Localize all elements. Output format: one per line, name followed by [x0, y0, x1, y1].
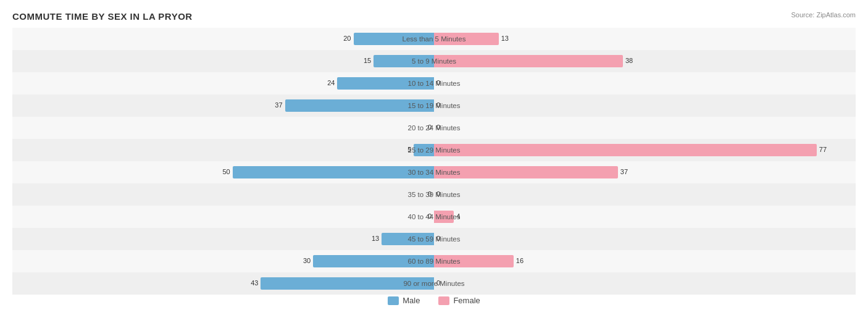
bar-male [373, 55, 434, 67]
chart-row: 45 to 59 Minutes130 [12, 228, 856, 250]
chart-row: 5 to 9 Minutes1538 [12, 50, 856, 72]
chart-row: 40 to 44 Minutes04 [12, 206, 856, 228]
bar-female [434, 166, 618, 178]
legend: Male Female [12, 296, 856, 305]
value-female: 77 [819, 146, 827, 153]
chart-row: 25 to 29 Minutes577 [12, 139, 856, 161]
chart-container: COMMUTE TIME BY SEX IN LA PRYOR Source: … [0, 0, 868, 323]
value-female: 16 [516, 257, 524, 264]
value-female: 0 [436, 190, 440, 198]
value-female: 13 [501, 35, 509, 42]
chart-title: COMMUTE TIME BY SEX IN LA PRYOR [12, 11, 856, 22]
bar-female [434, 55, 623, 67]
chart-row: 60 to 89 Minutes3016 [12, 250, 856, 272]
value-male: 50 [223, 168, 230, 175]
value-male: 13 [372, 235, 379, 242]
chart-row: Less than 5 Minutes2013 [12, 28, 856, 50]
chart-row: 20 to 24 Minutes00 [12, 117, 856, 139]
value-female: 0 [436, 279, 440, 287]
value-male: 0 [428, 212, 432, 220]
bar-female [434, 144, 817, 156]
value-female: 0 [436, 79, 440, 86]
row-label: 35 to 39 Minutes [407, 191, 460, 198]
row-label: 20 to 24 Minutes [407, 124, 460, 132]
value-female: 0 [436, 101, 440, 109]
bar-female [434, 211, 454, 223]
bar-male [261, 277, 434, 290]
chart-row: 35 to 39 Minutes00 [12, 183, 856, 206]
chart-row: 30 to 34 Minutes5037 [12, 161, 856, 183]
value-male: 24 [327, 79, 335, 86]
bar-female [434, 255, 514, 267]
chart-row: 90 or more Minutes430 [12, 272, 856, 295]
value-female: 0 [436, 235, 440, 242]
bar-female [434, 33, 499, 45]
bar-male [233, 166, 434, 178]
chart-row: 10 to 14 Minutes240 [12, 72, 856, 94]
value-female: 0 [436, 124, 440, 131]
legend-female: Female [438, 296, 480, 305]
bar-male [414, 144, 434, 156]
value-female: 38 [625, 57, 633, 64]
chart-area: Less than 5 Minutes20135 to 9 Minutes153… [12, 28, 856, 281]
chart-row: 15 to 19 Minutes370 [12, 94, 856, 117]
value-male: 43 [251, 279, 258, 287]
legend-male-box [388, 296, 399, 305]
value-male: 0 [428, 124, 432, 131]
value-male: 20 [343, 35, 351, 42]
value-male: 5 [407, 146, 411, 153]
bar-male [354, 33, 435, 45]
legend-male: Male [388, 296, 420, 305]
legend-female-label: Female [453, 296, 480, 305]
value-female: 37 [620, 168, 628, 175]
bar-male [382, 233, 434, 245]
value-male: 15 [364, 57, 371, 64]
bar-male [313, 255, 434, 267]
source-text: Source: ZipAtlas.com [791, 11, 856, 19]
value-male: 37 [275, 101, 282, 109]
value-male: 30 [303, 257, 311, 264]
legend-male-label: Male [403, 296, 420, 305]
legend-female-box [438, 296, 449, 305]
value-male: 0 [428, 190, 432, 198]
bar-male [337, 77, 434, 90]
bar-male [285, 99, 434, 112]
value-female: 4 [456, 212, 460, 220]
